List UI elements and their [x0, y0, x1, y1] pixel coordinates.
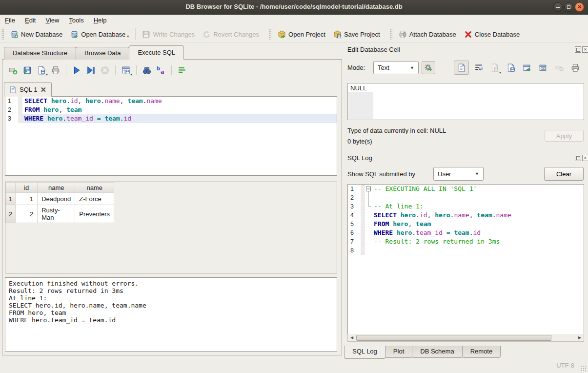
code-line[interactable]: 1-- EXECUTING ALL IN 'SQL 1'	[348, 185, 584, 193]
toolbar-grip[interactable]	[390, 29, 392, 40]
code-line[interactable]: 6WHERE hero.team_id = team.id	[348, 228, 584, 237]
sql-editor-toolbar: ▾ ▾	[7, 64, 188, 77]
new-sql-tab-button[interactable]	[7, 64, 20, 76]
mode-select[interactable]: Text▼	[373, 61, 419, 74]
copy-link-button[interactable]	[537, 62, 549, 74]
code-line[interactable]: 3-- At line 1:	[348, 202, 584, 211]
attach-database-button[interactable]: Attach Database	[395, 28, 460, 41]
print-sql-button[interactable]	[49, 64, 62, 76]
line-number: 5	[348, 220, 361, 228]
open-database-caret-icon[interactable]: ▾	[127, 34, 129, 39]
dock-close-icon[interactable]: ×	[582, 46, 588, 53]
close-icon[interactable]: ×	[575, 2, 584, 12]
new-database-button[interactable]: New Database	[6, 28, 66, 41]
row-number[interactable]: 2	[6, 205, 16, 223]
stop-execution-button[interactable]	[99, 64, 111, 76]
log-horizontal-scrollbar[interactable]: ◀ ▶	[347, 334, 584, 342]
tab-execute-sql[interactable]: Execute SQL	[129, 45, 184, 60]
stop-icon	[101, 66, 109, 75]
find-button[interactable]	[141, 64, 153, 76]
save-project-button[interactable]: Save Project	[329, 28, 384, 41]
minimize-icon[interactable]	[553, 2, 563, 12]
import-cell-data-button[interactable]: ▾	[488, 62, 501, 74]
print-cell-button[interactable]	[569, 62, 582, 74]
menu-file[interactable]: File	[0, 15, 20, 25]
menu-edit[interactable]: Edit	[20, 15, 41, 25]
table-cell[interactable]: 1	[16, 193, 38, 205]
code-line[interactable]: 2FROM hero, team	[5, 105, 337, 114]
tab-database-structure[interactable]: Database Structure	[4, 47, 76, 60]
cell-value-editor[interactable]: NULL	[347, 83, 584, 120]
toolbar-grip[interactable]	[269, 29, 271, 40]
dock-float-icon[interactable]	[575, 155, 581, 161]
open-in-external-button[interactable]	[521, 62, 533, 74]
apply-button[interactable]: Apply	[545, 130, 584, 142]
tab-browse-data[interactable]: Browse Data	[76, 47, 129, 60]
code-line[interactable]: 1SELECT hero.id, hero.name, team.name	[5, 97, 337, 105]
dock-tab-db-schema[interactable]: DB Schema	[412, 346, 462, 358]
menu-help[interactable]: Help	[89, 15, 112, 25]
open-project-button[interactable]: Open Project	[274, 28, 329, 41]
open-sql-file-button[interactable]	[21, 64, 34, 76]
column-header[interactable]: id	[16, 183, 38, 193]
format-lines-icon	[178, 66, 186, 75]
execute-all-button[interactable]	[70, 64, 83, 76]
toolbar-grip[interactable]	[1, 29, 4, 40]
scrollbar-thumb[interactable]	[356, 335, 551, 341]
menu-view[interactable]: View	[41, 15, 64, 25]
table-cell[interactable]: Deadpond	[38, 193, 75, 205]
column-header[interactable]: name	[75, 183, 114, 193]
table-cell[interactable]: Preventers	[75, 205, 114, 223]
sql-file-icon	[9, 86, 17, 93]
save-sql-file-button[interactable]: ▾	[35, 64, 48, 76]
menu-tools[interactable]: Tools	[64, 15, 88, 25]
sql-log-view[interactable]: 1-- EXECUTING ALL IN 'SQL 1'2--3-- At li…	[347, 184, 584, 342]
dock-close-icon[interactable]: ×	[582, 155, 588, 161]
dock-tab-plot[interactable]: Plot	[385, 346, 412, 358]
find-replace-button[interactable]	[155, 64, 167, 76]
resize-grip[interactable]	[581, 366, 587, 372]
line-number: 1	[348, 185, 361, 193]
table-cell[interactable]: Z-Force	[75, 193, 114, 205]
table-cell[interactable]: 2	[16, 205, 38, 223]
fold-marker[interactable]	[365, 185, 372, 193]
export-results-button[interactable]: ▾	[120, 64, 132, 76]
table-cell[interactable]: Rusty-Man	[38, 205, 75, 223]
apply-mode-button[interactable]	[422, 61, 435, 74]
code-line[interactable]: 8	[348, 246, 584, 255]
scroll-right-icon[interactable]: ▶	[576, 334, 584, 341]
code-line[interactable]: 7-- Result: 2 rows returned in 3ms	[348, 237, 584, 246]
sql-1-tab[interactable]: SQL 1 ✕	[4, 82, 52, 97]
line-number: 3	[348, 202, 361, 211]
code-line[interactable]: 5FROM hero, team	[348, 220, 584, 228]
code-line[interactable]: 3WHERE hero.team_id = team.id	[5, 114, 337, 123]
clear-log-button[interactable]: Clear	[544, 167, 584, 181]
line-number: 1	[5, 97, 18, 105]
export-cell-data-button[interactable]	[505, 62, 517, 74]
close-database-button[interactable]: Close Database	[460, 28, 524, 41]
log-filter-select[interactable]: User▼	[433, 167, 484, 181]
fold-marker	[365, 220, 372, 228]
code-line[interactable]: 4SELECT hero.id, hero.name, team.name	[348, 211, 584, 220]
cell-size-info: 0 byte(s)	[347, 138, 372, 145]
attach-database-icon	[399, 30, 407, 39]
dock-tab-sql-log[interactable]: SQL Log	[344, 346, 385, 359]
text-mode-button[interactable]	[454, 61, 469, 75]
open-database-button[interactable]: Open Database ▾	[66, 28, 133, 41]
maximize-icon[interactable]	[564, 2, 573, 12]
scroll-left-icon[interactable]: ◀	[348, 334, 356, 341]
word-wrap-button[interactable]	[472, 62, 485, 74]
dock-tab-remote[interactable]: Remote	[462, 346, 501, 358]
write-changes-button[interactable]: Write Changes	[138, 28, 199, 41]
row-number[interactable]: 1	[6, 193, 16, 205]
code-line[interactable]: 2--	[348, 193, 584, 202]
dock-float-icon[interactable]	[575, 46, 581, 53]
set-null-button[interactable]	[553, 62, 566, 74]
revert-changes-button[interactable]: Revert Changes	[199, 28, 263, 41]
format-sql-button[interactable]	[176, 64, 188, 76]
sql-editor[interactable]: 1SELECT hero.id, hero.name, team.name2FR…	[5, 96, 337, 176]
execute-current-line-button[interactable]	[84, 64, 97, 76]
splitter-handle[interactable]	[5, 176, 337, 182]
close-tab-icon[interactable]: ✕	[40, 86, 46, 93]
column-header[interactable]: name	[38, 183, 75, 193]
